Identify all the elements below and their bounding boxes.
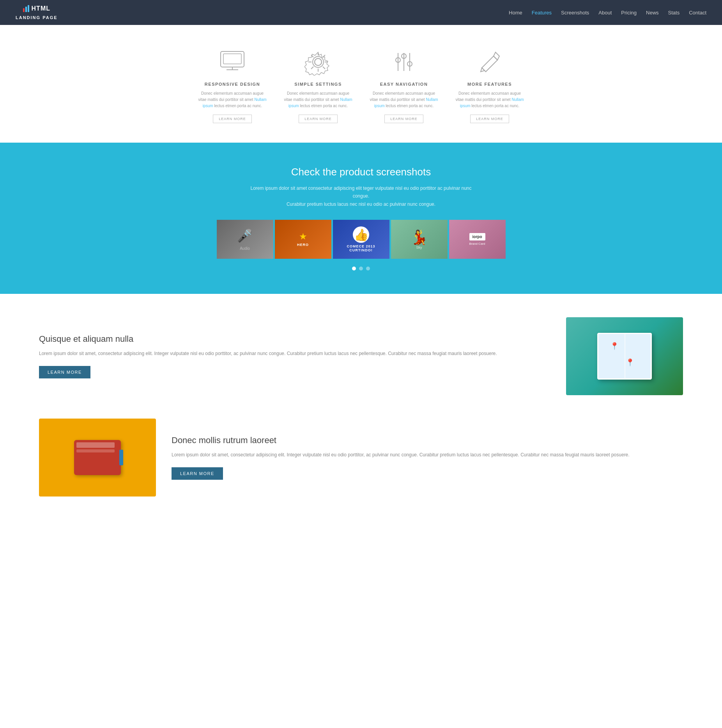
like-icon: 👍 xyxy=(353,226,369,243)
dot-2[interactable] xyxy=(359,267,363,270)
carousel-dots xyxy=(16,267,706,270)
learn-more-responsive-button[interactable]: LEARN MORE xyxy=(213,115,252,123)
wallet-cards xyxy=(76,442,115,448)
feature-desc-navigation: Donec elementum accumsan augue vitae mat… xyxy=(369,90,439,109)
wallet-image xyxy=(39,419,156,497)
feature-block-map-text: Quisque et aliquam nulla Lorem ipsum dol… xyxy=(39,334,550,378)
feature-item-responsive: RESPONSIVE DESIGN Donec elementum accums… xyxy=(197,48,267,123)
nav-link-stats[interactable]: Stats xyxy=(668,10,680,16)
dot-3[interactable] xyxy=(366,267,370,270)
feature-block-wallet-title: Donec mollis rutrum laoreet xyxy=(172,435,683,445)
map-image: 📍 📍 xyxy=(566,317,683,395)
gallery-thumb-4[interactable]: 💃 Sky xyxy=(391,220,448,259)
nav-item-about[interactable]: About xyxy=(598,9,612,16)
nav-item-features[interactable]: Features xyxy=(532,9,552,16)
feature-block-wallet-text: Donec mollis rutrum laoreet Lorem ipsum … xyxy=(172,435,683,480)
feature-item-navigation: EASY NAVIGATION Donec elementum accumsan… xyxy=(369,48,439,123)
gallery-thumb-1[interactable]: 🎤 Audio xyxy=(217,220,273,259)
learn-more-settings-button[interactable]: LEARN MORE xyxy=(299,115,338,123)
thumb-2-content: ★ HERO xyxy=(275,220,331,259)
svg-line-13 xyxy=(311,67,313,69)
nav-link-screenshots[interactable]: Screenshots xyxy=(561,10,589,16)
pencil-icon xyxy=(476,48,503,76)
svg-line-11 xyxy=(323,67,325,69)
features-section: RESPONSIVE DESIGN Donec elementum accums… xyxy=(0,25,722,143)
map-illustration: 📍 📍 xyxy=(566,317,683,395)
feature-blocks-section: Quisque et aliquam nulla Lorem ipsum dol… xyxy=(0,294,722,543)
screenshots-section: Check the product screenshots Lorem ipsu… xyxy=(0,143,722,294)
monitor-icon xyxy=(219,48,246,76)
nav-link-contact[interactable]: Contact xyxy=(689,10,706,16)
nav-item-pricing[interactable]: Pricing xyxy=(621,9,637,16)
nav-item-news[interactable]: News xyxy=(646,9,659,16)
screenshots-title: Check the product screenshots xyxy=(16,166,706,178)
svg-point-5 xyxy=(315,58,322,65)
learn-more-more-button[interactable]: LEARN MORE xyxy=(470,115,509,123)
map-pin-purple: 📍 xyxy=(626,358,634,367)
feature-title-more: MORE FEATURES xyxy=(455,82,525,87)
brand-subtitle: LANDING PAGE xyxy=(16,15,58,20)
navbar: HTML LANDING PAGE Home Features Screensh… xyxy=(0,0,722,25)
bar3 xyxy=(28,5,29,12)
feature-block-wallet: Donec mollis rutrum laoreet Lorem ipsum … xyxy=(39,419,683,497)
feature-desc-more: Donec elementum accumsan augue vitae mat… xyxy=(455,90,525,109)
feature-item-more: MORE FEATURES Donec elementum accumsan a… xyxy=(455,48,525,123)
feature-desc-responsive: Donec elementum accumsan augue vitae mat… xyxy=(197,90,267,109)
feature-desc-settings: Donec elementum accumsan augue vitae mat… xyxy=(283,90,353,109)
nav-item-screenshots[interactable]: Screenshots xyxy=(561,9,589,16)
feature-block-map: Quisque et aliquam nulla Lorem ipsum dol… xyxy=(39,317,683,395)
nav-item-stats[interactable]: Stats xyxy=(668,9,680,16)
nav-link-about[interactable]: About xyxy=(598,10,612,16)
feature-item-settings: SIMPLE SETTINGS Donec elementum accumsan… xyxy=(283,48,353,123)
learn-more-wallet-button[interactable]: LEARN MORE xyxy=(172,467,223,480)
gallery-thumb-5[interactable]: iorpo Brand Card xyxy=(449,220,506,259)
wallet-cards2 xyxy=(76,449,115,452)
brand-logo-bars xyxy=(23,5,29,12)
dot-1[interactable] xyxy=(352,267,356,270)
thumb-4-content: 💃 Sky xyxy=(391,220,448,259)
learn-more-map-button[interactable]: LEARN MORE xyxy=(39,366,90,378)
gallery-thumb-3[interactable]: 👍 COMECE 2013CURTINDO! xyxy=(333,220,389,259)
gallery-thumb-2[interactable]: ★ HERO xyxy=(275,220,331,259)
nav-menu: Home Features Screenshots About Pricing … xyxy=(509,9,706,16)
wallet-illustration xyxy=(39,419,156,497)
screenshots-gallery: 🎤 Audio ★ HERO 👍 COMECE 2013CURTINDO! xyxy=(16,220,706,259)
nav-link-news[interactable]: News xyxy=(646,10,659,16)
map-fold: 📍 📍 xyxy=(597,333,652,380)
feature-title-settings: SIMPLE SETTINGS xyxy=(283,82,353,87)
learn-more-navigation-button[interactable]: LEARN MORE xyxy=(384,115,423,123)
bar1 xyxy=(23,8,25,12)
sliders-icon xyxy=(390,48,418,76)
bar2 xyxy=(25,7,27,12)
thumb-5-content: iorpo Brand Card xyxy=(449,220,506,259)
nav-link-home[interactable]: Home xyxy=(509,10,522,16)
wallet-body xyxy=(74,440,121,475)
screenshots-desc: Lorem ipsum dolor sit amet consectetur a… xyxy=(244,184,478,208)
feature-block-wallet-desc: Lorem ipsum dolor sit amet, consectetur … xyxy=(172,451,683,459)
feature-block-map-title: Quisque et aliquam nulla xyxy=(39,334,550,344)
nav-link-pricing[interactable]: Pricing xyxy=(621,10,637,16)
brand-name: HTML xyxy=(32,5,50,12)
thumb-1-content: 🎤 Audio xyxy=(217,220,273,259)
brand: HTML LANDING PAGE xyxy=(16,5,58,20)
wallet-strap xyxy=(119,450,123,465)
feature-block-map-desc: Lorem ipsum dolor sit amet, consectetur … xyxy=(39,350,550,358)
nav-item-home[interactable]: Home xyxy=(509,9,522,16)
map-pin-red: 📍 xyxy=(610,342,619,350)
feature-title-responsive: RESPONSIVE DESIGN xyxy=(197,82,267,87)
nav-item-contact[interactable]: Contact xyxy=(689,9,706,16)
nav-link-features[interactable]: Features xyxy=(532,10,552,16)
feature-title-navigation: EASY NAVIGATION xyxy=(369,82,439,87)
features-grid: RESPONSIVE DESIGN Donec elementum accums… xyxy=(186,48,536,123)
gear-icon xyxy=(304,48,332,76)
thumb-3-content: 👍 COMECE 2013CURTINDO! xyxy=(333,220,389,259)
svg-rect-3 xyxy=(223,54,241,64)
